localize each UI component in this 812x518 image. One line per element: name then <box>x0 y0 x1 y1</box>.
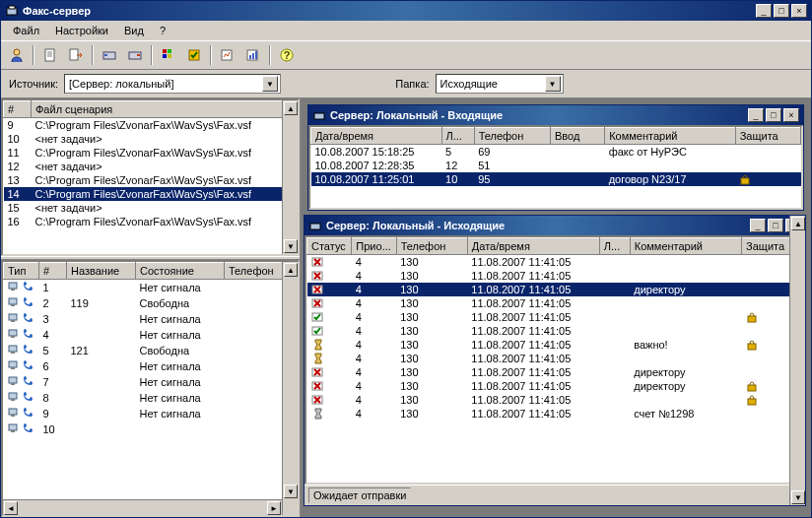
tool-user-icon[interactable] <box>5 43 29 67</box>
table-row[interactable]: 12<нет задачи> <box>4 160 298 173</box>
minimize-button[interactable]: _ <box>750 219 766 232</box>
table-row[interactable]: 11C:\Program Files\ZvonarFax\WavSys\Fax.… <box>4 146 298 160</box>
svg-rect-7 <box>70 49 78 60</box>
scrollbar-vertical[interactable]: ▲ ▼ <box>282 100 298 254</box>
scrollbar-vertical[interactable]: ▲ ▼ <box>282 262 298 515</box>
table-row[interactable]: 413011.08.2007 11:41:05 <box>307 324 803 338</box>
col-l[interactable]: Л... <box>599 238 630 255</box>
menu-view[interactable]: Вид <box>116 23 152 38</box>
lines-pane: Тип # Название Состояние Телефон 1Нет си… <box>1 260 300 517</box>
menu-file[interactable]: Файл <box>5 23 47 38</box>
source-label: Источник: <box>9 78 58 90</box>
close-button[interactable]: × <box>783 108 799 122</box>
col-state[interactable]: Состояние <box>136 263 225 280</box>
col-datetime[interactable]: Дата/время <box>467 238 599 255</box>
scroll-left-icon[interactable]: ◄ <box>4 501 18 515</box>
table-row[interactable]: 10.08.2007 12:28:351251 <box>311 159 801 172</box>
table-row[interactable]: 413011.08.2007 11:41:05 <box>307 393 803 407</box>
status-icon <box>311 325 348 337</box>
col-l[interactable]: Л... <box>441 128 474 145</box>
scroll-up-icon[interactable]: ▲ <box>284 263 298 277</box>
scrollbar-horizontal[interactable]: ◄ ► <box>3 499 282 515</box>
incoming-titlebar[interactable]: Сервер: Локальный - Входящие _ □ × <box>308 105 803 125</box>
col-input[interactable]: Ввод <box>550 128 604 145</box>
tool-server1-icon[interactable] <box>98 43 121 67</box>
maximize-button[interactable]: □ <box>768 219 783 232</box>
table-row[interactable]: 16C:\Program Files\ZvonarFax\WavSys\Fax.… <box>4 215 298 228</box>
table-row[interactable]: 413011.08.2007 11:41:05директору <box>307 365 803 379</box>
close-button[interactable]: × <box>791 4 807 18</box>
scrollbar-vertical[interactable]: ▲ ▼ <box>789 235 805 485</box>
col-comment[interactable]: Комментарий <box>630 238 741 255</box>
tool-color2-icon[interactable] <box>182 43 206 67</box>
table-row[interactable]: 413011.08.2007 11:41:05директору <box>307 283 803 296</box>
table-row[interactable]: 9C:\Program Files\ZvonarFax\WavSys\Fax.v… <box>4 118 298 133</box>
table-row[interactable]: 413011.08.2007 11:41:05 <box>307 269 803 283</box>
svg-rect-13 <box>168 49 171 53</box>
scroll-down-icon[interactable]: ▼ <box>284 239 298 253</box>
tool-docarrow-icon[interactable] <box>64 43 88 67</box>
table-row[interactable]: 13C:\Program Files\ZvonarFax\WavSys\Fax.… <box>4 173 298 187</box>
tool-server2-icon[interactable] <box>123 43 147 67</box>
minimize-button[interactable]: _ <box>756 4 772 18</box>
col-type[interactable]: Тип <box>4 263 39 280</box>
maximize-button[interactable]: □ <box>774 4 789 18</box>
table-row[interactable]: 9Нет сигнала <box>4 406 298 421</box>
table-row[interactable]: 10.08.2007 11:25:011095договор N23/17 <box>311 172 801 186</box>
table-row[interactable]: 413011.08.2007 11:41:05директору <box>307 379 803 393</box>
table-row[interactable]: 2119Свободна <box>4 295 298 311</box>
outgoing-statusbar: Ожидает отправки <box>304 485 805 505</box>
table-row[interactable]: 413011.08.2007 11:41:05 <box>307 352 803 365</box>
maximize-button[interactable]: □ <box>766 108 781 122</box>
minimize-button[interactable]: _ <box>748 108 764 122</box>
table-row[interactable]: 413011.08.2007 11:41:05 <box>307 310 803 324</box>
table-row[interactable]: 413011.08.2007 11:41:05 <box>307 255 803 270</box>
table-row[interactable]: 3Нет сигнала <box>4 311 298 327</box>
col-status[interactable]: Статус <box>307 238 352 255</box>
main-titlebar[interactable]: Факс-сервер _ □ × <box>1 1 811 21</box>
table-row[interactable]: 15<нет задачи> <box>4 201 298 215</box>
col-num[interactable]: # <box>4 101 32 118</box>
table-row[interactable]: 10.08.2007 15:18:25569факс от НуРЭС <box>311 145 801 160</box>
table-row[interactable]: 14C:\Program Files\ZvonarFax\WavSys\Fax.… <box>4 187 298 201</box>
table-row[interactable]: 8Нет сигнала <box>4 390 298 406</box>
table-row[interactable]: 10<нет задачи> <box>4 132 298 146</box>
chevron-down-icon[interactable]: ▼ <box>545 76 561 92</box>
table-row[interactable]: 10 <box>4 421 298 437</box>
table-row[interactable]: 413011.08.2007 11:41:05важно! <box>307 338 803 352</box>
svg-rect-52 <box>748 316 756 322</box>
table-row[interactable]: 7Нет сигнала <box>4 374 298 390</box>
col-datetime[interactable]: Дата/время <box>311 128 442 145</box>
scroll-right-icon[interactable]: ► <box>267 501 281 515</box>
tool-diag2-icon[interactable] <box>241 43 265 67</box>
scroll-down-icon[interactable]: ▼ <box>284 485 298 498</box>
folder-combo[interactable]: Исходящие ▼ <box>436 74 564 94</box>
tool-help-icon[interactable]: ? <box>275 43 299 67</box>
col-prio[interactable]: Прио... <box>352 238 396 255</box>
table-row[interactable]: 1Нет сигнала <box>4 280 298 296</box>
outgoing-titlebar[interactable]: Сервер: Локальный - Исходящие _ □ × <box>304 216 805 235</box>
tool-color1-icon[interactable] <box>157 43 180 67</box>
incoming-title: Сервер: Локальный - Входящие <box>330 109 748 121</box>
col-phone[interactable]: Телефон <box>396 238 467 255</box>
col-name[interactable]: Название <box>67 263 136 280</box>
table-row[interactable]: 6Нет сигнала <box>4 358 298 374</box>
chevron-down-icon[interactable]: ▼ <box>262 76 278 92</box>
tool-diag1-icon[interactable] <box>216 43 239 67</box>
col-file[interactable]: Файл сценария <box>32 101 298 118</box>
table-row[interactable]: 413011.08.2007 11:41:05счет №1298 <box>307 407 803 421</box>
table-row[interactable]: 4Нет сигнала <box>4 327 298 343</box>
table-row[interactable]: 413011.08.2007 11:41:05 <box>307 296 803 310</box>
status-text: Ожидает отправки <box>308 487 411 503</box>
table-row[interactable]: 5121Свободна <box>4 343 298 358</box>
col-num[interactable]: # <box>39 263 67 280</box>
source-combo[interactable]: [Сервер: локальный] ▼ <box>64 74 281 94</box>
menu-help[interactable]: ? <box>152 23 173 38</box>
col-comment[interactable]: Комментарий <box>605 128 736 145</box>
menu-settings[interactable]: Настройки <box>47 23 116 38</box>
tool-doc-icon[interactable] <box>38 43 62 67</box>
col-phone[interactable]: Телефон <box>474 128 550 145</box>
menubar: Файл Настройки Вид ? <box>1 21 811 40</box>
col-protect[interactable]: Защита <box>735 128 800 145</box>
scroll-up-icon[interactable]: ▲ <box>284 101 298 115</box>
